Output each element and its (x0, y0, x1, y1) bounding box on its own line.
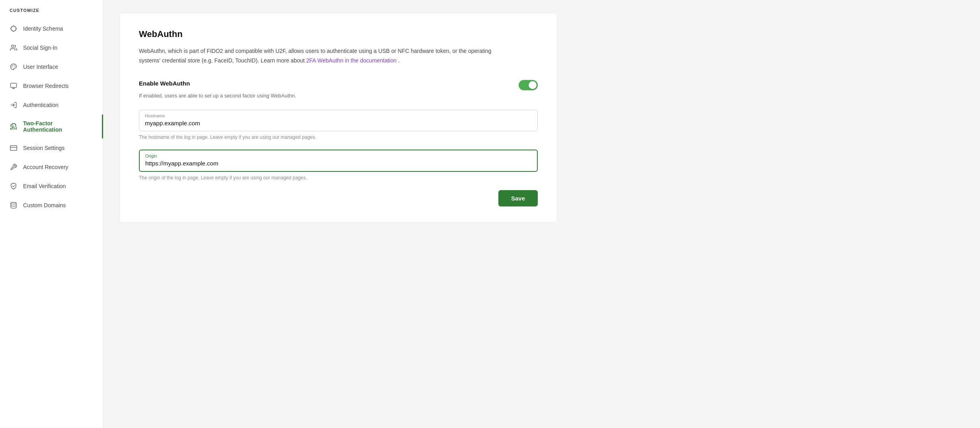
origin-input[interactable] (145, 160, 531, 167)
people-icon (10, 44, 18, 52)
login-icon (10, 101, 18, 109)
puzzle-icon (10, 25, 18, 33)
svg-point-2 (15, 66, 16, 67)
shield-check-icon (10, 182, 18, 190)
sidebar-item-label: Identity Schema (23, 25, 63, 32)
sidebar-item-label: Authentication (23, 102, 59, 108)
sidebar-item-label: User Interface (23, 64, 58, 70)
sidebar-item-label: Session Settings (23, 145, 64, 151)
origin-field-wrapper: Origin (139, 150, 538, 172)
hostname-label: Hostname (145, 113, 532, 118)
sidebar-item-authentication[interactable]: Authentication (0, 95, 103, 115)
sidebar-header: CUSTOMIZE (0, 0, 103, 19)
svg-rect-9 (10, 146, 17, 150)
sidebar-item-label: Email Verification (23, 183, 66, 189)
svg-point-0 (12, 45, 14, 47)
svg-point-4 (12, 67, 12, 67)
enable-webauthn-desc: If enabled, users are able to set up a s… (139, 93, 538, 99)
origin-label: Origin (145, 154, 531, 158)
monitor-icon (10, 82, 18, 90)
sidebar-item-custom-domains[interactable]: Custom Domains (0, 196, 103, 215)
sidebar-item-identity-schema[interactable]: Identity Schema (0, 19, 103, 38)
save-button[interactable]: Save (498, 190, 538, 206)
svg-point-1 (14, 65, 14, 66)
main-content: WebAuthn WebAuthn, which is part of FIDO… (103, 0, 980, 428)
sidebar: CUSTOMIZE Identity Schema Social Sign-In… (0, 0, 103, 428)
svg-point-11 (11, 202, 16, 204)
database-icon (10, 201, 18, 209)
hostname-hint: The hostname of the log in page. Leave e… (139, 134, 538, 140)
sidebar-item-social-sign-in[interactable]: Social Sign-In (0, 38, 103, 57)
card-description: WebAuthn, which is part of FIDO2 and com… (139, 47, 497, 66)
hostname-field-group: Hostname The hostname of the log in page… (139, 110, 538, 140)
card-icon (10, 144, 18, 152)
hostname-input[interactable] (145, 120, 532, 126)
sidebar-item-user-interface[interactable]: User Interface (0, 57, 103, 76)
webauthn-docs-link[interactable]: 2FA WebAuthn in the documentation (306, 57, 396, 64)
fingerprint-icon (10, 123, 18, 130)
toggle-track (519, 80, 538, 90)
hostname-field-wrapper: Hostname (139, 110, 538, 131)
svg-point-3 (12, 65, 13, 66)
sidebar-item-label: Browser Redirects (23, 83, 68, 89)
sidebar-item-account-recovery[interactable]: Account Recovery (0, 158, 103, 177)
sidebar-item-label: Custom Domains (23, 202, 66, 208)
sidebar-item-label: Account Recovery (23, 164, 68, 170)
sidebar-item-label: Social Sign-In (23, 45, 57, 51)
origin-field-group: Origin The origin of the log in page. Le… (139, 150, 538, 181)
webauthn-card: WebAuthn WebAuthn, which is part of FIDO… (119, 13, 557, 223)
tools-icon (10, 163, 18, 171)
page-title: WebAuthn (139, 29, 538, 39)
form-actions: Save (139, 190, 538, 206)
origin-hint: The origin of the log in page. Leave emp… (139, 175, 538, 181)
sidebar-item-browser-redirects[interactable]: Browser Redirects (0, 76, 103, 95)
webauthn-toggle[interactable] (519, 80, 538, 90)
sidebar-item-email-verification[interactable]: Email Verification (0, 177, 103, 196)
enable-webauthn-section: Enable WebAuthn (139, 80, 538, 90)
toggle-thumb (529, 81, 537, 89)
sidebar-item-two-factor-auth[interactable]: Two-Factor Authentication (0, 115, 103, 138)
enable-webauthn-title: Enable WebAuthn (139, 80, 190, 87)
toggle-wrapper (519, 80, 538, 90)
sidebar-item-session-settings[interactable]: Session Settings (0, 138, 103, 158)
svg-rect-5 (11, 83, 17, 88)
palette-icon (10, 63, 18, 71)
sidebar-item-label: Two-Factor Authentication (23, 120, 92, 133)
